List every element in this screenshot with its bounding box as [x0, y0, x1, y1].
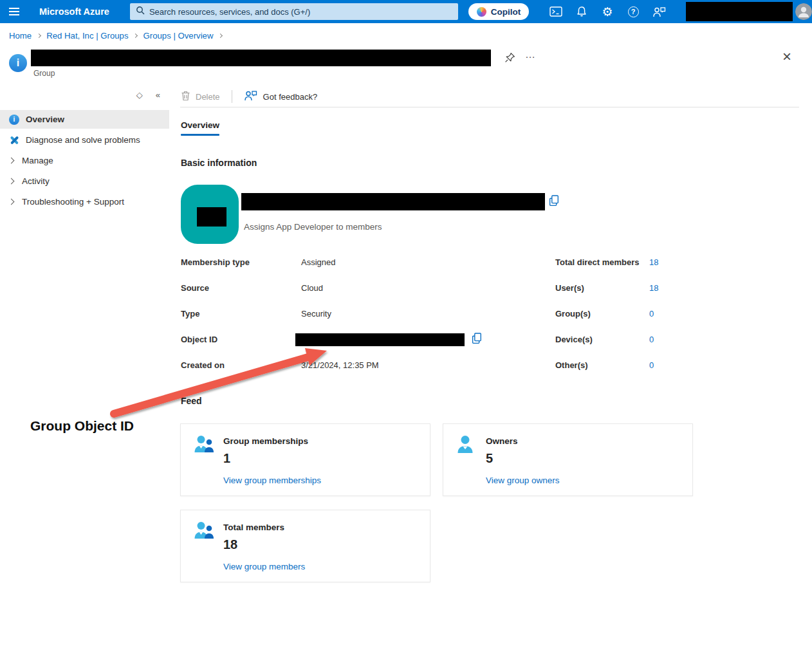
breadcrumb-chevron-icon [37, 33, 41, 38]
sidebar-item-diagnose[interactable]: Diagnose and solve problems [0, 131, 169, 149]
avatar-initials-redaction [197, 207, 226, 227]
view-group-memberships-link[interactable]: View group memberships [223, 476, 321, 485]
group-display-name-redaction [241, 193, 545, 210]
basic-information-heading: Basic information [181, 158, 257, 168]
group-name-redaction [31, 50, 491, 66]
group-subtitle: Group [33, 69, 55, 78]
object-id-redaction [295, 333, 465, 346]
breadcrumb-groups-overview[interactable]: Groups | Overview [143, 31, 213, 41]
card-value: 18 [223, 537, 237, 552]
card-title: Owners [486, 436, 518, 446]
basic-info-fields: Membership type Assigned Source Cloud Ty… [181, 257, 490, 386]
settings-gear-icon[interactable]: ⚙ [595, 0, 620, 23]
collapse-menu-icon[interactable]: « [156, 90, 160, 102]
chevron-right-icon [8, 158, 15, 164]
stat-users: User(s) 18 [555, 283, 710, 309]
azure-top-bar: Microsoft Azure Search resources, servic… [0, 0, 812, 23]
global-search-input[interactable]: Search resources, services, and docs (G+… [130, 3, 458, 20]
copy-object-id-icon[interactable] [472, 333, 483, 347]
breadcrumb-home[interactable]: Home [9, 31, 32, 41]
more-options-icon[interactable]: … [525, 49, 536, 60]
group-object-id-annotation: Group Object ID [30, 418, 134, 434]
stat-total-direct-members: Total direct members 18 [555, 257, 710, 283]
group-description: Assigns App Developer to members [244, 222, 382, 232]
feedback-label: Got feedback? [263, 92, 318, 102]
card-value: 1 [223, 451, 230, 466]
user-avatar[interactable] [795, 3, 812, 20]
account-name-redaction [686, 2, 793, 21]
delete-label: Delete [196, 92, 220, 102]
sidebar-item-manage[interactable]: Manage [0, 151, 169, 170]
member-stats: Total direct members 18 User(s) 18 Group… [555, 257, 710, 386]
tab-overview[interactable]: Overview [181, 120, 219, 136]
group-type-icon: i [9, 54, 27, 72]
view-group-members-link[interactable]: View group members [223, 562, 305, 571]
search-placeholder: Search resources, services, and docs (G+… [149, 7, 310, 17]
card-total-members: Total members 18 View group members [180, 510, 430, 582]
field-created-on: Created on 3/21/2024, 12:35 PM [181, 360, 490, 386]
copy-name-icon[interactable] [549, 195, 560, 210]
card-value: 5 [486, 451, 493, 466]
overview-info-icon: i [9, 115, 19, 125]
hamburger-menu-icon[interactable] [0, 0, 29, 23]
people-icon [193, 434, 214, 456]
person-icon [456, 434, 475, 456]
azure-brand[interactable]: Microsoft Azure [39, 6, 109, 17]
blade-sidebar: ◇ « i Overview Diagnose and solve proble… [0, 90, 169, 213]
chevron-right-icon [8, 199, 15, 205]
feed-heading: Feed [181, 396, 202, 406]
got-feedback-button[interactable]: Got feedback? [244, 90, 318, 103]
sidebar-item-label: Manage [22, 156, 53, 165]
top-bar-icons: ⚙ ? [543, 0, 672, 23]
cloud-shell-icon[interactable] [543, 0, 569, 23]
search-icon [136, 6, 145, 17]
card-owners: Owners 5 View group owners [443, 423, 693, 496]
sidebar-item-label: Troubleshooting + Support [22, 197, 124, 207]
stat-devices: Device(s) 0 [555, 335, 710, 360]
breadcrumb-chevron-icon [133, 33, 138, 38]
field-object-id: Object ID [181, 335, 490, 360]
toolbar-divider [232, 90, 232, 103]
command-bar: Delete Got feedback? [181, 88, 317, 105]
sidebar-item-overview[interactable]: i Overview [0, 110, 169, 129]
group-avatar [181, 185, 239, 244]
pin-icon[interactable] [504, 52, 515, 66]
view-group-owners-link[interactable]: View group owners [486, 476, 560, 485]
sidebar-item-troubleshooting[interactable]: Troubleshooting + Support [0, 192, 169, 211]
copilot-button[interactable]: Copilot [468, 3, 530, 20]
sidebar-item-label: Overview [26, 115, 64, 124]
close-icon[interactable]: × [782, 48, 791, 66]
help-icon[interactable]: ? [620, 0, 646, 23]
card-title: Total members [223, 523, 284, 532]
trash-icon [181, 91, 190, 103]
notifications-bell-icon[interactable] [569, 0, 595, 23]
sidebar-item-label: Activity [22, 176, 50, 186]
stat-others: Other(s) 0 [555, 360, 710, 386]
field-source: Source Cloud [181, 283, 490, 309]
copilot-label: Copilot [491, 7, 521, 17]
card-group-memberships: Group memberships 1 View group membershi… [180, 423, 430, 496]
diagnose-tools-icon [9, 135, 19, 145]
breadcrumb-org-groups[interactable]: Red Hat, Inc | Groups [46, 31, 128, 41]
breadcrumb-chevron-icon [218, 33, 223, 38]
stat-groups: Group(s) 0 [555, 309, 710, 335]
people-icon [193, 521, 214, 542]
chevron-right-icon [8, 178, 15, 185]
delete-button[interactable]: Delete [181, 91, 220, 103]
field-membership-type: Membership type Assigned [181, 257, 490, 283]
sidebar-item-label: Diagnose and solve problems [26, 135, 140, 145]
feedback-person-icon [244, 90, 257, 103]
sidebar-item-activity[interactable]: Activity [0, 172, 169, 190]
feedback-icon[interactable] [646, 0, 672, 23]
resize-icon[interactable]: ◇ [136, 90, 143, 102]
toolbar-bottom-divider [180, 107, 799, 107]
copilot-icon [477, 7, 486, 17]
breadcrumb: Home Red Hat, Inc | Groups Groups | Over… [9, 31, 228, 41]
field-type: Type Security [181, 309, 490, 335]
card-title: Group memberships [223, 436, 308, 446]
